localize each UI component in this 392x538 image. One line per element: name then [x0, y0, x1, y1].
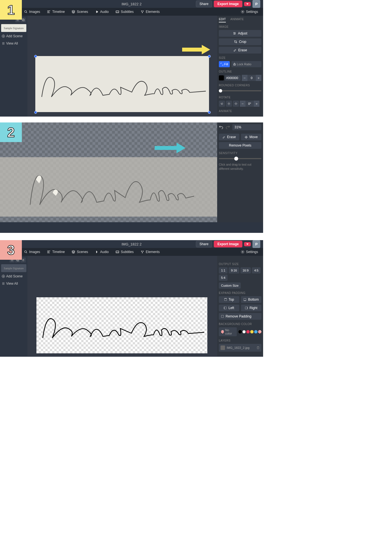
lock-ratio-button[interactable]: Lock Ratio: [231, 61, 261, 67]
canvas-area-3[interactable]: [27, 256, 217, 356]
resize-handle-bl[interactable]: [34, 111, 37, 114]
tool-scenes-3[interactable]: Scenes: [69, 249, 91, 255]
settings-button-3[interactable]: Settings: [238, 249, 260, 255]
redo-button[interactable]: [226, 125, 230, 130]
tool-timeline[interactable]: Timeline: [44, 9, 68, 15]
padding-bottom-button[interactable]: Bottom: [241, 296, 261, 303]
transparent-image[interactable]: [36, 297, 207, 353]
color-yellow[interactable]: [250, 330, 254, 333]
padding-top-button[interactable]: Top: [219, 296, 239, 303]
sensitivity-slider[interactable]: [219, 158, 261, 159]
audio-icon: [95, 250, 99, 254]
erase-canvas[interactable]: [0, 122, 217, 222]
padding-right-button[interactable]: Right: [241, 305, 261, 311]
gear-icon: [241, 250, 245, 254]
output-panel: OUTPUT SIZE 1:1 9:16 16:9 4:5 5:4 Custom…: [217, 256, 263, 356]
svg-marker-13: [177, 143, 185, 153]
settings-button[interactable]: Settings: [238, 9, 260, 15]
signature-drawing-dim: [0, 157, 217, 217]
tool-scenes[interactable]: Scenes: [69, 9, 91, 15]
rotate-plus[interactable]: +: [254, 101, 259, 107]
ratio-9-16[interactable]: 9:16: [229, 267, 239, 273]
share-button[interactable]: Share: [196, 1, 212, 7]
color-white[interactable]: [242, 330, 246, 333]
outline-width-stepper[interactable]: − +: [242, 75, 261, 81]
svg-point-3: [143, 11, 144, 12]
ratio-5-4[interactable]: 5:4: [219, 275, 228, 281]
rotate-minus[interactable]: −: [240, 101, 245, 107]
rotate-value[interactable]: [245, 102, 254, 105]
move-mode-button[interactable]: Move: [241, 134, 261, 140]
scene-sidebar-3: Sample Signature Add Scene View All: [0, 256, 27, 356]
undo-icon: [219, 125, 223, 129]
remove-padding-button[interactable]: Remove Padding: [219, 313, 261, 320]
undo-button[interactable]: [219, 125, 223, 130]
color-blue[interactable]: [254, 330, 258, 333]
tool-subtitles[interactable]: Subtitles: [113, 9, 136, 15]
layer-item[interactable]: IMG_1822_2.jpg: [219, 344, 261, 352]
tool-audio[interactable]: Audio: [92, 9, 112, 15]
tool-timeline-3[interactable]: Timeline: [44, 249, 68, 255]
ratio-1-1[interactable]: 1:1: [219, 267, 228, 273]
flip-v-button[interactable]: [233, 101, 239, 107]
flip-h-button[interactable]: [226, 101, 232, 107]
scene-thumbnail[interactable]: Sample Signature: [1, 24, 26, 32]
zoom-select[interactable]: 31%: [232, 124, 261, 130]
color-red[interactable]: [246, 330, 250, 333]
tool-subtitles-3[interactable]: Subtitles: [113, 249, 136, 255]
ratio-4-5[interactable]: 4:5: [252, 267, 261, 273]
add-scene-button-3[interactable]: Add Scene: [1, 273, 26, 279]
tab-animate[interactable]: ANIMATE: [230, 17, 244, 22]
elements-icon: [140, 10, 144, 14]
tool-elements[interactable]: Elements: [138, 9, 163, 15]
trash-icon[interactable]: [256, 346, 260, 349]
arrow-annotation-1: [182, 43, 210, 57]
tab-edit[interactable]: EDIT: [219, 17, 226, 22]
rounded-slider[interactable]: [219, 90, 261, 91]
avatar-3[interactable]: P: [252, 240, 260, 248]
color-black[interactable]: [238, 330, 242, 333]
svg-marker-10: [202, 45, 210, 54]
erase-button[interactable]: Erase: [219, 47, 261, 54]
elements-icon: [140, 250, 144, 254]
padding-left-button[interactable]: Left: [219, 305, 239, 311]
adjust-button[interactable]: Adjust: [219, 30, 261, 37]
selected-image[interactable]: [35, 56, 209, 112]
svg-rect-27: [221, 315, 224, 317]
stepper-plus[interactable]: +: [256, 75, 261, 81]
tool-audio-3[interactable]: Audio: [92, 249, 112, 255]
color-transparent[interactable]: [258, 330, 261, 333]
tool-images[interactable]: Images: [21, 9, 43, 15]
export-dropdown-button-3[interactable]: [244, 242, 251, 246]
tool-images-3[interactable]: Images: [21, 249, 43, 255]
fill-button[interactable]: Fill: [219, 61, 230, 67]
remove-pixels-button[interactable]: Remove Pixels: [219, 142, 261, 149]
scene-thumbnail-3[interactable]: Sample Signature: [1, 264, 26, 272]
ratio-16-9[interactable]: 16:9: [240, 267, 251, 273]
export-image-button-3[interactable]: Export Image: [214, 241, 242, 247]
rotate-left-button[interactable]: [219, 101, 225, 107]
svg-rect-23: [224, 298, 227, 301]
crop-button[interactable]: Crop: [219, 38, 261, 45]
outline-width-value[interactable]: [247, 76, 256, 80]
outline-color-swatch[interactable]: [219, 75, 224, 80]
erase-mode-button[interactable]: Erase: [219, 134, 239, 140]
svg-rect-7: [23, 19, 24, 21]
avatar[interactable]: P: [252, 0, 260, 8]
tool-elements-3[interactable]: Elements: [138, 249, 163, 255]
resize-handle-br[interactable]: [208, 111, 211, 114]
rotate-angle-stepper[interactable]: − +: [240, 101, 259, 107]
add-scene-button[interactable]: Add Scene: [1, 33, 26, 39]
export-dropdown-button[interactable]: [244, 2, 251, 6]
custom-size-button[interactable]: Custom Size: [219, 282, 241, 289]
view-all-button-3[interactable]: View All: [1, 280, 26, 287]
no-color-button[interactable]: No color: [219, 327, 237, 336]
stepper-minus[interactable]: −: [242, 75, 247, 81]
share-button-3[interactable]: Share: [196, 241, 212, 247]
view-all-button[interactable]: View All: [1, 40, 26, 47]
resize-handle-tl[interactable]: [34, 55, 37, 58]
section-rounded-label: ROUNDED CORNERS: [219, 84, 261, 87]
outline-hex-input[interactable]: [225, 75, 241, 81]
canvas-area[interactable]: [27, 16, 217, 117]
export-image-button[interactable]: Export Image: [214, 1, 242, 7]
